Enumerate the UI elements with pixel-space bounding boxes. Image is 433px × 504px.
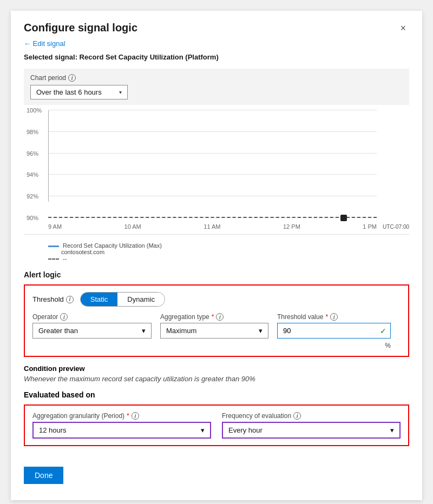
aggregation-value: Maximum [166, 327, 196, 335]
granularity-value: 12 hours [39, 426, 67, 434]
chart-period-section: Chart period i Over the last 6 hours ▾ [24, 69, 409, 105]
granularity-field: Aggregation granularity (Period) * i 12 … [32, 412, 211, 439]
edit-signal-label: ← Edit signal [24, 39, 65, 48]
threshold-line [48, 217, 377, 218]
operator-field-group: Operator i Greater than ▾ [32, 313, 152, 339]
edit-signal-link[interactable]: ← Edit signal [24, 39, 65, 48]
chart-period-info-icon: i [68, 74, 76, 82]
aggregation-required-star: * [212, 313, 214, 321]
frequency-dropdown[interactable]: Every hour ▾ [222, 422, 401, 439]
eval-fields-row: Aggregation granularity (Period) * i 12 … [32, 412, 401, 439]
grid-line-94: 94% [48, 174, 377, 175]
grid-line-92: 92% [48, 196, 377, 196]
chart-period-label: Chart period i [30, 74, 403, 82]
chart-period-value: Over the last 6 hours [36, 88, 102, 96]
panel-header: Configure signal logic × [24, 22, 409, 35]
legend-dash-label: -- [63, 255, 67, 262]
aggregation-chevron-icon: ▾ [259, 327, 263, 335]
aggregation-label: Aggregation type * i [160, 313, 268, 321]
condition-preview-title: Condition preview [24, 364, 409, 373]
legend-domain: contosotest.com [61, 249, 104, 255]
panel-title: Configure signal logic [24, 22, 137, 34]
operator-dropdown[interactable]: Greater than ▾ [32, 323, 152, 339]
alert-logic-section: Alert logic Threshold i Static Dynamic O… [24, 270, 409, 446]
frequency-info-icon: i [293, 412, 301, 420]
chart-x-labels: 9 AM 10 AM 11 AM 12 PM 1 PM [48, 223, 377, 230]
configure-signal-panel: Configure signal logic × ← Edit signal S… [11, 11, 422, 500]
threshold-value-input[interactable] [277, 323, 391, 339]
grid-line-98: 98% [48, 131, 377, 132]
chart-area: 100% 98% 96% 94% 92% 90% [24, 110, 409, 235]
static-toggle-btn[interactable]: Static [81, 293, 118, 306]
done-button[interactable]: Done [24, 467, 63, 484]
granularity-dropdown[interactable]: 12 hours ▾ [32, 422, 211, 439]
granularity-chevron-icon: ▾ [201, 426, 205, 434]
threshold-dot [340, 215, 347, 221]
alert-logic-box: Threshold i Static Dynamic Operator i [24, 284, 409, 357]
y-label-92: 92% [27, 193, 38, 200]
condition-preview-section: Condition preview Whenever the maximum r… [24, 364, 409, 383]
legend-dash-icon [48, 258, 59, 260]
threshold-value-field-group: Threshold value * i ✓ % [277, 313, 391, 349]
y-label-96: 96% [27, 150, 38, 157]
selected-signal-prefix: Selected signal: [24, 53, 80, 61]
frequency-value: Every hour [228, 426, 263, 434]
vertical-line-marker [48, 110, 49, 202]
granularity-label: Aggregation granularity (Period) * i [32, 412, 211, 420]
threshold-value-label: Threshold value * i [277, 313, 391, 321]
selected-signal-row: Selected signal: Record Set Capacity Uti… [24, 53, 409, 61]
evaluated-title: Evaluated based on [24, 390, 409, 399]
alert-logic-title: Alert logic [24, 270, 409, 279]
aggregation-info-icon: i [216, 313, 224, 321]
x-label-10am: 10 AM [124, 223, 141, 230]
threshold-toggle[interactable]: Static Dynamic [80, 292, 165, 307]
evaluated-box: Aggregation granularity (Period) * i 12 … [24, 404, 409, 446]
x-label-9am: 9 AM [48, 223, 62, 230]
frequency-chevron-icon: ▾ [390, 426, 394, 434]
threshold-row: Threshold i Static Dynamic [32, 292, 401, 307]
threshold-value-info-icon: i [330, 313, 338, 321]
aggregation-dropdown[interactable]: Maximum ▾ [160, 323, 268, 339]
chevron-down-icon: ▾ [119, 89, 122, 95]
legend-line-icon [48, 246, 59, 247]
condition-preview-text: Whenever the maximum record set capacity… [24, 375, 409, 383]
selected-signal-name: Record Set Capacity Utilization (Platfor… [80, 53, 219, 61]
threshold-info-icon: i [66, 296, 74, 303]
chart-legend: Record Set Capacity Utilization (Max) co… [48, 240, 409, 262]
y-label-100: 100% [27, 107, 42, 114]
chart-grid: 100% 98% 96% 94% 92% 90% [48, 110, 377, 218]
x-label-12pm: 12 PM [283, 223, 300, 230]
y-label-98: 98% [27, 129, 38, 135]
granularity-info-icon: i [132, 412, 139, 420]
threshold-required-star: * [325, 313, 328, 321]
grid-line-100: 100% [48, 110, 377, 110]
check-icon: ✓ [380, 327, 386, 335]
legend-metric-label: Record Set Capacity Utilization (Max) [63, 242, 162, 249]
dynamic-toggle-btn[interactable]: Dynamic [117, 293, 165, 306]
x-label-1pm: 1 PM [363, 223, 377, 230]
evaluated-based-on-section: Evaluated based on Aggregation granulari… [24, 390, 409, 446]
y-label-94: 94% [27, 171, 38, 178]
operator-label: Operator i [32, 313, 152, 321]
threshold-input-wrap: ✓ [277, 323, 391, 339]
grid-line-96: 96% [48, 153, 377, 154]
frequency-field: Frequency of evaluation i Every hour ▾ [222, 412, 401, 439]
x-label-11am: 11 AM [204, 223, 220, 230]
close-button[interactable]: × [397, 22, 409, 35]
threshold-label: Threshold i [32, 295, 74, 303]
fields-row: Operator i Greater than ▾ Aggregation ty… [32, 313, 401, 349]
aggregation-field-group: Aggregation type * i Maximum ▾ [160, 313, 268, 339]
granularity-required-star: * [127, 412, 129, 420]
operator-chevron-icon: ▾ [142, 327, 146, 335]
percent-label: % [277, 342, 391, 349]
operator-info-icon: i [60, 313, 68, 321]
y-label-90: 90% [27, 215, 38, 221]
chart-period-dropdown[interactable]: Over the last 6 hours ▾ [30, 85, 128, 100]
utc-label: UTC-07:00 [383, 224, 409, 230]
frequency-label: Frequency of evaluation i [222, 412, 401, 420]
grid-line-90: 90% [48, 217, 377, 218]
operator-value: Greater than [38, 327, 78, 335]
